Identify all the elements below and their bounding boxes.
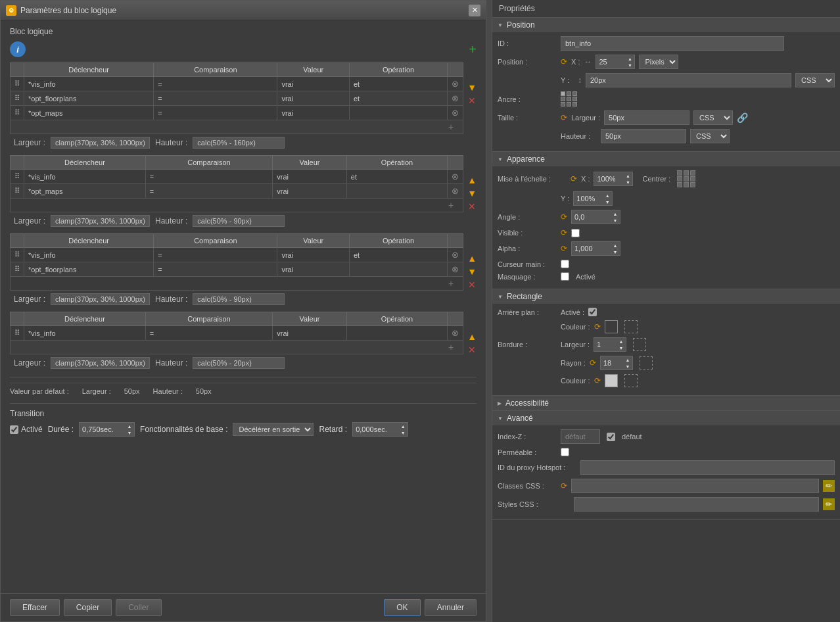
add-row-button[interactable]: +: [14, 200, 459, 210]
hauteur-input[interactable]: [601, 129, 686, 143]
row-handle[interactable]: ⠿: [11, 106, 24, 120]
anchor-dot-tl[interactable]: [561, 91, 565, 96]
alpha-spin-up[interactable]: ▲: [611, 242, 620, 249]
center-dot-2[interactable]: [684, 170, 689, 176]
hauteur-unit-select[interactable]: CSS Pixels: [690, 129, 730, 143]
styles-css-edit-button[interactable]: ✏: [823, 498, 835, 510]
accessibilite-header[interactable]: ▶ Accessibilité: [492, 396, 840, 410]
move-down-button-1[interactable]: ▼: [467, 82, 477, 93]
rayon-dash-box[interactable]: [640, 356, 653, 370]
retard-spin-down[interactable]: ▼: [398, 429, 408, 436]
visible-share-icon[interactable]: ⟳: [561, 228, 567, 237]
y-scale-up[interactable]: ▲: [603, 192, 612, 199]
classes-css-share[interactable]: ⟳: [561, 481, 567, 490]
duree-spin-down[interactable]: ▼: [125, 429, 134, 436]
delete-row-button[interactable]: ⊗: [452, 79, 459, 89]
row-handle[interactable]: ⠿: [11, 184, 24, 199]
link-icon[interactable]: 🔗: [737, 112, 748, 123]
alpha-input[interactable]: [571, 241, 611, 256]
rayon-input[interactable]: [600, 356, 623, 370]
row-handle[interactable]: ⠿: [11, 326, 24, 341]
retard-input[interactable]: [352, 422, 398, 437]
duree-spin-up[interactable]: ▲: [125, 423, 134, 429]
alpha-spin-down[interactable]: ▼: [611, 249, 620, 255]
center-dot-9[interactable]: [690, 182, 695, 187]
position-header[interactable]: ▼ Position: [492, 18, 840, 32]
largeur-input[interactable]: [604, 110, 689, 125]
copier-button[interactable]: Copier: [64, 599, 112, 616]
anchor-grid[interactable]: [561, 91, 578, 107]
annuler-button[interactable]: Annuler: [425, 599, 477, 616]
effacer-button[interactable]: Effacer: [10, 599, 60, 616]
add-row-button[interactable]: +: [14, 278, 459, 289]
delete-block-button-1[interactable]: ✕: [468, 95, 476, 106]
index-z-checkbox[interactable]: [607, 433, 615, 441]
bordure-couleur-dash-box[interactable]: [624, 374, 638, 387]
bordure-couleur-box[interactable]: [605, 374, 618, 387]
position-share-icon[interactable]: ⟳: [561, 57, 567, 66]
arriere-couleur-box[interactable]: [605, 320, 618, 333]
coller-button[interactable]: Coller: [116, 599, 161, 616]
x-scale-up[interactable]: ▲: [623, 172, 632, 179]
center-grid[interactable]: [677, 170, 696, 187]
delete-row-button[interactable]: ⊗: [452, 93, 459, 103]
duree-input[interactable]: [79, 422, 125, 437]
center-dot-5[interactable]: [684, 176, 689, 181]
arriere-couleur-share[interactable]: ⟳: [594, 322, 601, 331]
rectangle-header[interactable]: ▼ Rectangle: [492, 289, 840, 304]
center-dot-7[interactable]: [677, 182, 682, 187]
ok-button[interactable]: OK: [384, 599, 420, 616]
delete-row-button[interactable]: ⊗: [452, 186, 459, 196]
permeable-checkbox[interactable]: [561, 448, 569, 456]
delete-row-button[interactable]: ⊗: [452, 108, 459, 118]
fonctionnalites-select[interactable]: Décélérer en sortie: [233, 423, 314, 436]
delete-row-button[interactable]: ⊗: [452, 250, 459, 260]
center-dot-1[interactable]: [677, 170, 682, 176]
x-spin-down[interactable]: ▼: [625, 62, 634, 68]
anchor-dot-mc[interactable]: [567, 97, 571, 101]
anchor-dot-bc[interactable]: [567, 102, 571, 107]
anchor-dot-mr[interactable]: [572, 97, 577, 101]
move-up-button-4[interactable]: ▲: [467, 331, 477, 342]
angle-spin-down[interactable]: ▼: [611, 217, 620, 224]
center-dot-8[interactable]: [684, 182, 689, 187]
delete-block-button-3[interactable]: ✕: [468, 279, 476, 290]
center-dot-6[interactable]: [690, 176, 695, 181]
masquage-checkbox[interactable]: [561, 272, 569, 281]
move-up-button-3[interactable]: ▲: [467, 253, 477, 264]
add-row-button[interactable]: +: [14, 122, 459, 132]
anchor-dot-tc[interactable]: [567, 91, 571, 96]
center-dot-3[interactable]: [690, 170, 695, 176]
classes-css-edit-button[interactable]: ✏: [823, 480, 835, 492]
y-input[interactable]: [586, 73, 791, 87]
row-handle[interactable]: ⠿: [11, 262, 24, 277]
classes-css-input[interactable]: [571, 479, 819, 493]
id-input[interactable]: [561, 36, 784, 51]
echelle-share-icon[interactable]: ⟳: [571, 174, 577, 183]
x-scale-input[interactable]: [594, 172, 623, 186]
x-input[interactable]: [595, 55, 625, 69]
apparence-header[interactable]: ▼ Apparence: [492, 152, 840, 166]
move-up-button-2[interactable]: ▲: [467, 175, 477, 185]
rayon-spin-up[interactable]: ▲: [623, 356, 632, 363]
bordure-couleur-share[interactable]: ⟳: [594, 376, 601, 385]
row-handle[interactable]: ⠿: [11, 91, 24, 106]
angle-spin-up[interactable]: ▲: [611, 210, 620, 217]
bordure-dash-box[interactable]: [633, 338, 646, 351]
delete-block-button-4[interactable]: ✕: [468, 345, 476, 355]
avance-header[interactable]: ▼ Avancé: [492, 411, 840, 425]
anchor-dot-tr[interactable]: [572, 91, 577, 96]
move-down-button-3[interactable]: ▼: [467, 266, 477, 277]
delete-block-button-2[interactable]: ✕: [468, 201, 476, 212]
row-handle[interactable]: ⠿: [11, 170, 24, 184]
angle-input[interactable]: [571, 210, 611, 224]
alpha-share-icon[interactable]: ⟳: [561, 244, 567, 253]
rayon-share-icon[interactable]: ⟳: [590, 358, 596, 368]
x-unit-select[interactable]: Pixels CSS: [639, 55, 678, 69]
delete-row-button[interactable]: ⊗: [452, 328, 459, 338]
add-block-button[interactable]: +: [469, 42, 477, 57]
close-button[interactable]: ✕: [469, 5, 480, 16]
bordure-largeur-up[interactable]: ▲: [617, 338, 626, 345]
styles-css-input[interactable]: [574, 497, 819, 512]
y-scale-input[interactable]: [573, 191, 603, 206]
